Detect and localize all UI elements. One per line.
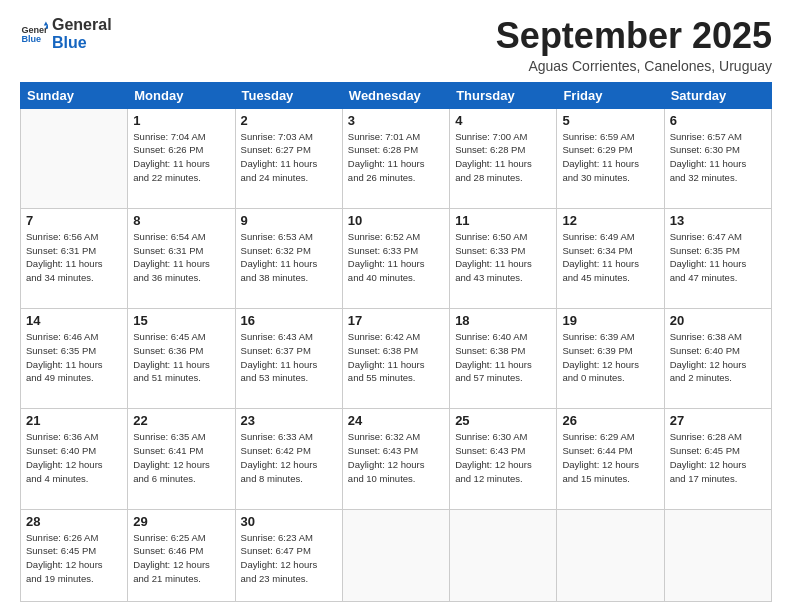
day-info: Sunrise: 6:39 AM Sunset: 6:39 PM Dayligh… bbox=[562, 330, 658, 385]
day-info: Sunrise: 6:35 AM Sunset: 6:41 PM Dayligh… bbox=[133, 430, 229, 485]
calendar-cell: 5Sunrise: 6:59 AM Sunset: 6:29 PM Daylig… bbox=[557, 108, 664, 208]
day-number: 21 bbox=[26, 413, 122, 428]
calendar-cell: 30Sunrise: 6:23 AM Sunset: 6:47 PM Dayli… bbox=[235, 509, 342, 601]
day-info: Sunrise: 6:45 AM Sunset: 6:36 PM Dayligh… bbox=[133, 330, 229, 385]
day-info: Sunrise: 6:52 AM Sunset: 6:33 PM Dayligh… bbox=[348, 230, 444, 285]
day-header-wednesday: Wednesday bbox=[342, 82, 449, 108]
calendar-cell: 21Sunrise: 6:36 AM Sunset: 6:40 PM Dayli… bbox=[21, 409, 128, 509]
day-header-tuesday: Tuesday bbox=[235, 82, 342, 108]
svg-text:General: General bbox=[21, 25, 48, 35]
calendar-week-row: 28Sunrise: 6:26 AM Sunset: 6:45 PM Dayli… bbox=[21, 509, 772, 601]
calendar-cell: 19Sunrise: 6:39 AM Sunset: 6:39 PM Dayli… bbox=[557, 309, 664, 409]
calendar-cell: 15Sunrise: 6:45 AM Sunset: 6:36 PM Dayli… bbox=[128, 309, 235, 409]
calendar-cell: 20Sunrise: 6:38 AM Sunset: 6:40 PM Dayli… bbox=[664, 309, 771, 409]
calendar-cell bbox=[342, 509, 449, 601]
day-number: 6 bbox=[670, 113, 766, 128]
day-number: 3 bbox=[348, 113, 444, 128]
calendar-cell: 28Sunrise: 6:26 AM Sunset: 6:45 PM Dayli… bbox=[21, 509, 128, 601]
calendar-table: SundayMondayTuesdayWednesdayThursdayFrid… bbox=[20, 82, 772, 602]
calendar-cell bbox=[557, 509, 664, 601]
calendar-cell: 8Sunrise: 6:54 AM Sunset: 6:31 PM Daylig… bbox=[128, 208, 235, 308]
day-header-thursday: Thursday bbox=[450, 82, 557, 108]
calendar-cell: 11Sunrise: 6:50 AM Sunset: 6:33 PM Dayli… bbox=[450, 208, 557, 308]
title-block: September 2025 Aguas Corrientes, Canelon… bbox=[496, 16, 772, 74]
svg-text:Blue: Blue bbox=[21, 35, 41, 45]
logo: General Blue General Blue bbox=[20, 16, 112, 53]
calendar-cell: 22Sunrise: 6:35 AM Sunset: 6:41 PM Dayli… bbox=[128, 409, 235, 509]
day-info: Sunrise: 6:57 AM Sunset: 6:30 PM Dayligh… bbox=[670, 130, 766, 185]
day-number: 30 bbox=[241, 514, 337, 529]
calendar-cell: 16Sunrise: 6:43 AM Sunset: 6:37 PM Dayli… bbox=[235, 309, 342, 409]
day-number: 28 bbox=[26, 514, 122, 529]
day-info: Sunrise: 6:29 AM Sunset: 6:44 PM Dayligh… bbox=[562, 430, 658, 485]
day-info: Sunrise: 6:56 AM Sunset: 6:31 PM Dayligh… bbox=[26, 230, 122, 285]
day-number: 18 bbox=[455, 313, 551, 328]
calendar-cell: 25Sunrise: 6:30 AM Sunset: 6:43 PM Dayli… bbox=[450, 409, 557, 509]
day-info: Sunrise: 6:49 AM Sunset: 6:34 PM Dayligh… bbox=[562, 230, 658, 285]
calendar-cell: 7Sunrise: 6:56 AM Sunset: 6:31 PM Daylig… bbox=[21, 208, 128, 308]
day-number: 10 bbox=[348, 213, 444, 228]
day-number: 20 bbox=[670, 313, 766, 328]
day-number: 15 bbox=[133, 313, 229, 328]
calendar-cell: 23Sunrise: 6:33 AM Sunset: 6:42 PM Dayli… bbox=[235, 409, 342, 509]
day-info: Sunrise: 6:50 AM Sunset: 6:33 PM Dayligh… bbox=[455, 230, 551, 285]
logo-icon: General Blue bbox=[20, 20, 48, 48]
day-number: 16 bbox=[241, 313, 337, 328]
day-number: 24 bbox=[348, 413, 444, 428]
calendar-cell: 29Sunrise: 6:25 AM Sunset: 6:46 PM Dayli… bbox=[128, 509, 235, 601]
calendar-cell bbox=[21, 108, 128, 208]
calendar-cell: 13Sunrise: 6:47 AM Sunset: 6:35 PM Dayli… bbox=[664, 208, 771, 308]
day-info: Sunrise: 6:25 AM Sunset: 6:46 PM Dayligh… bbox=[133, 531, 229, 586]
day-number: 19 bbox=[562, 313, 658, 328]
day-number: 22 bbox=[133, 413, 229, 428]
day-info: Sunrise: 6:54 AM Sunset: 6:31 PM Dayligh… bbox=[133, 230, 229, 285]
day-info: Sunrise: 6:38 AM Sunset: 6:40 PM Dayligh… bbox=[670, 330, 766, 385]
calendar-cell: 6Sunrise: 6:57 AM Sunset: 6:30 PM Daylig… bbox=[664, 108, 771, 208]
logo-blue: Blue bbox=[52, 34, 112, 52]
calendar-week-row: 14Sunrise: 6:46 AM Sunset: 6:35 PM Dayli… bbox=[21, 309, 772, 409]
day-info: Sunrise: 7:04 AM Sunset: 6:26 PM Dayligh… bbox=[133, 130, 229, 185]
day-header-friday: Friday bbox=[557, 82, 664, 108]
day-header-monday: Monday bbox=[128, 82, 235, 108]
calendar-cell: 2Sunrise: 7:03 AM Sunset: 6:27 PM Daylig… bbox=[235, 108, 342, 208]
day-header-saturday: Saturday bbox=[664, 82, 771, 108]
calendar-cell: 17Sunrise: 6:42 AM Sunset: 6:38 PM Dayli… bbox=[342, 309, 449, 409]
day-info: Sunrise: 6:28 AM Sunset: 6:45 PM Dayligh… bbox=[670, 430, 766, 485]
location-subtitle: Aguas Corrientes, Canelones, Uruguay bbox=[496, 58, 772, 74]
day-info: Sunrise: 7:01 AM Sunset: 6:28 PM Dayligh… bbox=[348, 130, 444, 185]
day-info: Sunrise: 6:33 AM Sunset: 6:42 PM Dayligh… bbox=[241, 430, 337, 485]
day-number: 11 bbox=[455, 213, 551, 228]
day-info: Sunrise: 6:32 AM Sunset: 6:43 PM Dayligh… bbox=[348, 430, 444, 485]
day-number: 1 bbox=[133, 113, 229, 128]
header: General Blue General Blue September 2025… bbox=[20, 16, 772, 74]
day-header-sunday: Sunday bbox=[21, 82, 128, 108]
logo-general: General bbox=[52, 16, 112, 34]
day-number: 7 bbox=[26, 213, 122, 228]
day-number: 12 bbox=[562, 213, 658, 228]
day-number: 25 bbox=[455, 413, 551, 428]
day-number: 27 bbox=[670, 413, 766, 428]
calendar-cell: 26Sunrise: 6:29 AM Sunset: 6:44 PM Dayli… bbox=[557, 409, 664, 509]
day-info: Sunrise: 6:40 AM Sunset: 6:38 PM Dayligh… bbox=[455, 330, 551, 385]
calendar-cell bbox=[450, 509, 557, 601]
calendar-cell: 14Sunrise: 6:46 AM Sunset: 6:35 PM Dayli… bbox=[21, 309, 128, 409]
day-number: 29 bbox=[133, 514, 229, 529]
page: General Blue General Blue September 2025… bbox=[0, 0, 792, 612]
day-number: 4 bbox=[455, 113, 551, 128]
calendar-week-row: 1Sunrise: 7:04 AM Sunset: 6:26 PM Daylig… bbox=[21, 108, 772, 208]
day-info: Sunrise: 7:00 AM Sunset: 6:28 PM Dayligh… bbox=[455, 130, 551, 185]
calendar-cell: 10Sunrise: 6:52 AM Sunset: 6:33 PM Dayli… bbox=[342, 208, 449, 308]
day-info: Sunrise: 7:03 AM Sunset: 6:27 PM Dayligh… bbox=[241, 130, 337, 185]
day-info: Sunrise: 6:46 AM Sunset: 6:35 PM Dayligh… bbox=[26, 330, 122, 385]
day-number: 23 bbox=[241, 413, 337, 428]
day-info: Sunrise: 6:53 AM Sunset: 6:32 PM Dayligh… bbox=[241, 230, 337, 285]
calendar-cell: 12Sunrise: 6:49 AM Sunset: 6:34 PM Dayli… bbox=[557, 208, 664, 308]
day-number: 2 bbox=[241, 113, 337, 128]
day-info: Sunrise: 6:59 AM Sunset: 6:29 PM Dayligh… bbox=[562, 130, 658, 185]
calendar-cell: 24Sunrise: 6:32 AM Sunset: 6:43 PM Dayli… bbox=[342, 409, 449, 509]
calendar-cell bbox=[664, 509, 771, 601]
calendar-cell: 1Sunrise: 7:04 AM Sunset: 6:26 PM Daylig… bbox=[128, 108, 235, 208]
calendar-cell: 27Sunrise: 6:28 AM Sunset: 6:45 PM Dayli… bbox=[664, 409, 771, 509]
day-number: 9 bbox=[241, 213, 337, 228]
calendar-cell: 9Sunrise: 6:53 AM Sunset: 6:32 PM Daylig… bbox=[235, 208, 342, 308]
